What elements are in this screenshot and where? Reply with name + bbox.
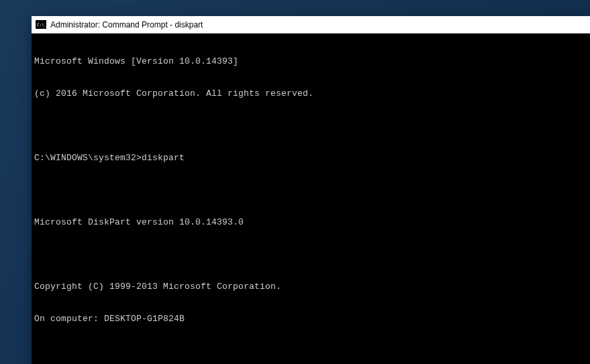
command-prompt-window: Administrator: Command Prompt - diskpart… [32,16,590,364]
terminal-line [34,346,587,357]
terminal-line: C:\WINDOWS\system32>diskpart [34,153,587,164]
terminal-line: (c) 2016 Microsoft Corporation. All righ… [34,88,587,99]
terminal-line: Microsoft Windows [Version 10.0.14393] [34,56,587,67]
terminal-line: Microsoft DiskPart version 10.0.14393.0 [34,217,587,228]
terminal-line [34,121,587,131]
terminal-line: On computer: DESKTOP-G1P824B [34,314,587,324]
terminal-line [34,185,587,196]
terminal-line: Copyright (C) 1999-2013 Microsoft Corpor… [34,282,587,292]
window-title: Administrator: Command Prompt - diskpart [50,20,203,29]
titlebar[interactable]: Administrator: Command Prompt - diskpart [32,16,590,34]
terminal-line [34,249,587,260]
terminal-output[interactable]: Microsoft Windows [Version 10.0.14393] (… [32,34,590,364]
cmd-icon [36,20,46,29]
